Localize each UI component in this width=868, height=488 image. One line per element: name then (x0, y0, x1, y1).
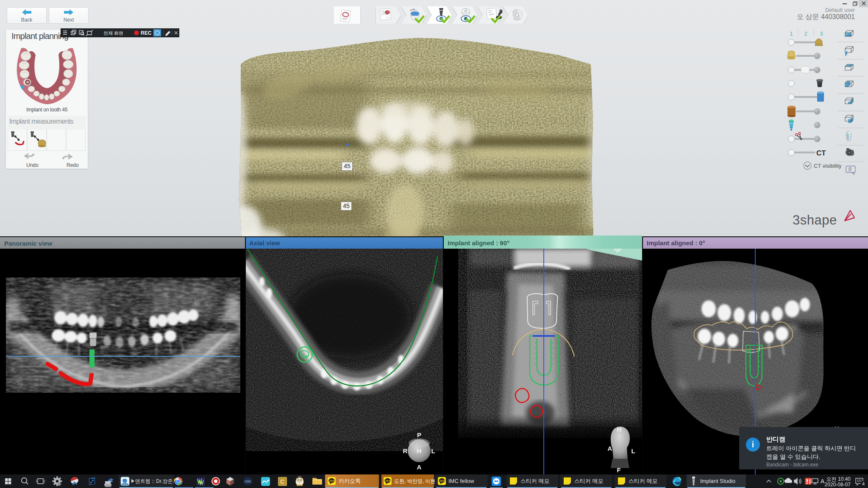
svg-text:도환, 박찬영, 이현...: 도환, 박찬영, 이현... (394, 478, 440, 484)
svg-text:CT: CT (816, 149, 826, 157)
svg-text:Redo: Redo (67, 162, 79, 168)
svg-text:2020-08-07: 2020-08-07 (825, 482, 851, 488)
svg-text:3shape: 3shape (793, 213, 837, 227)
svg-text:F: F (617, 466, 620, 474)
svg-text:전체 화면: 전체 화면 (103, 30, 123, 36)
svg-text:오전 10:40: 오전 10:40 (826, 476, 851, 482)
svg-text:R: R (403, 447, 408, 455)
svg-text:H: H (417, 447, 422, 455)
svg-text:REC: REC (141, 30, 152, 36)
svg-text:스티커 메모: 스티커 메모 (520, 478, 550, 484)
svg-text:IMC fellow: IMC fellow (448, 478, 474, 484)
svg-text:Implant Studio: Implant Studio (700, 478, 735, 484)
svg-text:CMC: CMC (245, 480, 251, 483)
svg-text:P: P (417, 431, 421, 438)
svg-text:스티커 메모: 스티커 메모 (629, 478, 658, 484)
svg-text:A: A (821, 478, 825, 485)
svg-text:스티커 메모: 스티커 메모 (574, 478, 604, 484)
svg-text:4: 4 (862, 481, 865, 486)
svg-text:카카오톡: 카카오톡 (339, 478, 361, 484)
svg-text:H: H (617, 426, 622, 433)
svg-text:1: 1 (790, 30, 793, 37)
svg-text:A: A (608, 445, 612, 452)
svg-text:L: L (431, 447, 435, 455)
svg-text:Undo: Undo (26, 162, 39, 168)
svg-text:C: C (280, 478, 284, 485)
svg-text:2: 2 (804, 30, 807, 37)
svg-text:3: 3 (820, 30, 823, 37)
svg-text:덴트웹 :: Dr.장준..: 덴트웹 :: Dr.장준.. (135, 478, 175, 484)
svg-text:L: L (631, 447, 635, 455)
svg-text:0: 0 (849, 166, 851, 172)
svg-text:A: A (417, 463, 422, 471)
